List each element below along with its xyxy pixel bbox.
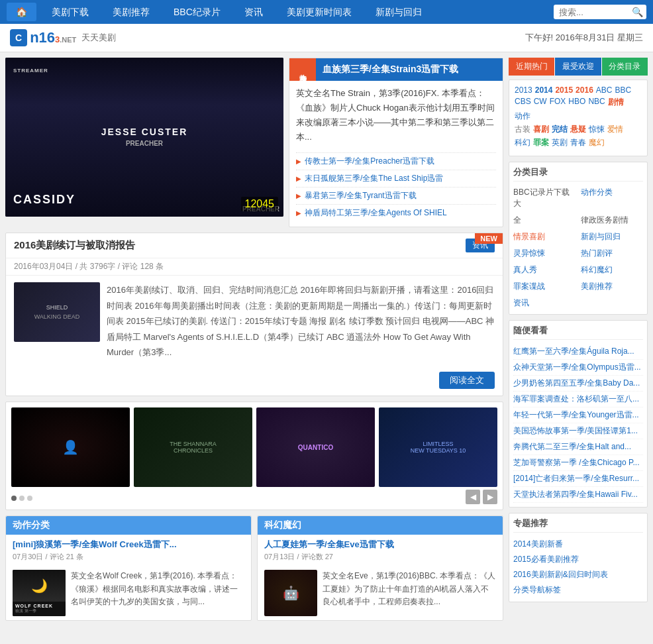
nav-meiju-download[interactable]: 美剧下载 [40, 0, 101, 24]
tag-2016[interactable]: 2016 [576, 85, 593, 95]
special-item-4[interactable]: 分类导航标签 [513, 582, 643, 598]
sidebar-tab-categories[interactable]: 分类目录 [602, 58, 648, 76]
hot-link-2[interactable]: 末日孤舰第三季/全集The Last Ship迅雷 [296, 170, 496, 187]
gallery-next-button[interactable]: ▶ [483, 490, 497, 504]
hot-link-3[interactable]: 暴君第三季/全集Tyrant迅雷下载 [296, 187, 496, 204]
nav-meiju-recommend[interactable]: 美剧推荐 [101, 0, 162, 24]
menu-scifi[interactable]: 科幻魔幻 [581, 263, 643, 277]
random-item-8[interactable]: 芝加哥警察第一季 /全集Chicago P... [513, 455, 643, 471]
tag-action[interactable]: 动作 [515, 111, 530, 122]
random-item-9[interactable]: [2014]亡者归来第一季/全集Resurr... [513, 471, 643, 487]
menu-reality[interactable]: 真人秀 [513, 263, 576, 277]
search-box: 🔍 [554, 5, 646, 19]
random-item-5[interactable]: 年轻一代第一季/全集Younger迅雷... [513, 407, 643, 423]
special-item-3[interactable]: 2016美剧新剧&回归时间表 [513, 567, 643, 582]
action-article-body: 英文全名Wolf Creek，第1季(2016). 本季看点：《狼溪》根据同名电… [71, 570, 244, 616]
nav-schedule[interactable]: 美剧更新时间表 [275, 0, 364, 24]
news-article-title[interactable]: 2016美剧续订与被取消报告 [14, 239, 135, 252]
scifi-article-body: 英文全名Eve，第1季(2016)BBC. 本季看点：《人工夏娃》为了防止十年血… [323, 570, 496, 616]
tag-hbo[interactable]: HBO [568, 97, 585, 108]
tag-cbs[interactable]: CBS [515, 97, 531, 108]
menu-all[interactable]: 全 [513, 213, 576, 227]
gallery-prev-button[interactable]: ◀ [466, 490, 480, 504]
category-sections: 动作分类 [mini]狼溪第一季/全集Wolf Creek迅雷下... 07月3… [5, 515, 503, 621]
featured-image[interactable]: STREAMER JESSE CUSTER PREACHER CASSIDY P… [5, 58, 283, 217]
sidebar-menu-title: 分类目录 [513, 166, 643, 182]
tag-2014[interactable]: 2014 [535, 85, 553, 95]
tag-abc[interactable]: ABC [596, 85, 613, 95]
menu-legal[interactable]: 律政医务剧情 [581, 213, 643, 227]
menu-bbc[interactable]: BBC记录片下载大 [513, 186, 576, 211]
tag-bbc[interactable]: BBC [615, 85, 632, 95]
menu-crime[interactable]: 罪案谍战 [513, 280, 576, 294]
random-item-7[interactable]: 奔腾代第二至三季/全集Halt and... [513, 439, 643, 455]
random-item-2[interactable]: 众神天堂第一季/全集Olympus迅雷... [513, 360, 643, 376]
menu-info[interactable]: 资讯 [513, 296, 576, 310]
menu-comedy[interactable]: 情景喜剧 [513, 230, 576, 244]
wolf-creek-thumbnail[interactable]: 🌙 WOLF CREEK 狼溪 第一季 [13, 570, 66, 616]
hot-title[interactable]: 血族第三季/全集Strain3迅雷下载 [316, 58, 503, 81]
scifi-cat-header: 科幻魔幻 [258, 516, 503, 535]
hot-tag: 热点推荐 [289, 58, 316, 81]
tag-comedy[interactable]: 喜剧 [533, 124, 549, 135]
scifi-article-meta: 07月13日 / 评论数 27 [258, 552, 503, 566]
logo-subtitle: 天天美剧 [81, 32, 116, 44]
menu-review[interactable]: 热门剧评 [581, 246, 643, 260]
tag-youth[interactable]: 青春 [570, 137, 586, 148]
tag-ended[interactable]: 完结 [552, 124, 568, 135]
eve-thumbnail[interactable]: 🤖 [264, 570, 317, 616]
tag-mystery[interactable]: 悬疑 [570, 124, 586, 135]
search-icon[interactable]: 🔍 [632, 7, 643, 17]
tag-romance[interactable]: 爱情 [607, 124, 623, 135]
news-thumbnail[interactable]: SHIELD WALKING DEAD [14, 282, 100, 342]
tag-fox[interactable]: FOX [550, 97, 566, 108]
sidebar-tab-popular[interactable]: 最受欢迎 [555, 58, 601, 76]
tag-thriller[interactable]: 惊悚 [589, 124, 605, 135]
random-item-1[interactable]: 红鹰第一至六季/全集Águila Roja... [513, 344, 643, 360]
gallery-item-3[interactable]: QUANTICO [256, 407, 375, 487]
tag-2015[interactable]: 2015 [555, 85, 573, 95]
special-item-1[interactable]: 2014美剧新番 [513, 537, 643, 552]
menu-action[interactable]: 动作分类 [581, 186, 643, 211]
special-item-2[interactable]: 2015必看美剧推荐 [513, 552, 643, 567]
nav-new-return[interactable]: 新剧与回归 [364, 0, 434, 24]
nav-news[interactable]: 资讯 [232, 0, 275, 24]
hot-link-1[interactable]: 传教士第一季/全集Preacher迅雷下载 [296, 152, 496, 170]
nav-bbc[interactable]: BBC纪录片 [162, 0, 232, 24]
slide-indicator: 12045 [241, 197, 279, 211]
sidebar-special: 专题推荐 2014美剧新番 2015必看美剧推荐 2016美剧新剧&回归时间表 … [509, 513, 648, 602]
random-item-3[interactable]: 少男奶爸第四至五季/全集Baby Da... [513, 376, 643, 392]
right-sidebar: 近期热门 最受欢迎 分类目录 2013 2014 2015 2016 ABC B… [509, 58, 648, 621]
tag-crime[interactable]: 罪案 [533, 137, 549, 148]
tag-nbc[interactable]: NBC [588, 97, 605, 108]
logo[interactable]: C n163.NET 天天美剧 [10, 29, 116, 46]
tag-drama[interactable]: 剧情 [608, 97, 624, 108]
action-cat-header: 动作分类 [6, 516, 251, 535]
gallery-item-1[interactable]: 👤 [11, 407, 130, 487]
menu-recommend[interactable]: 美剧推荐 [581, 280, 643, 294]
tag-uk[interactable]: 英剧 [552, 137, 568, 148]
tag-scifi[interactable]: 科幻 [515, 137, 530, 148]
gallery-item-2[interactable]: THE SHANNARACHRONICLES [134, 407, 252, 487]
gallery-item-4[interactable]: LIMITLESSNEW TUESDAYS 10 [379, 407, 497, 487]
tag-2013[interactable]: 2013 [515, 85, 532, 95]
tag-ancient[interactable]: 古装 [515, 124, 530, 135]
action-article-title[interactable]: [mini]狼溪第一季/全集Wolf Creek迅雷下... [6, 535, 251, 552]
gallery-dot-1[interactable] [11, 496, 17, 501]
menu-new-return[interactable]: 新剧与回归 [581, 230, 643, 244]
search-input[interactable] [559, 7, 632, 17]
scifi-article-title[interactable]: 人工夏娃第一季/全集Eve迅雷下载 [258, 535, 503, 552]
sidebar-tab-hot[interactable]: 近期热门 [509, 58, 555, 76]
home-button[interactable]: 🏠 [7, 3, 36, 21]
gallery-dot-3[interactable] [27, 496, 32, 501]
tag-cw[interactable]: CW [534, 97, 547, 108]
read-more-button[interactable]: 阅读全文 [439, 372, 495, 389]
random-item-6[interactable]: 美国恐怖故事第一季/美国怪谭第1... [513, 423, 643, 439]
tag-fantasy[interactable]: 魔幻 [589, 137, 605, 148]
hot-link-4[interactable]: 神盾局特工第三季/全集Agents Of SHIEL [296, 204, 496, 221]
gallery-dot-2[interactable] [19, 496, 25, 501]
featured-section: STREAMER JESSE CUSTER PREACHER CASSIDY P… [5, 58, 503, 227]
random-item-10[interactable]: 天堂执法者第四季/全集Hawaii Fiv... [513, 487, 643, 503]
menu-horror[interactable]: 灵异惊悚 [513, 246, 576, 260]
random-item-4[interactable]: 海军罪案调查处：洛杉矶第一至八... [513, 392, 643, 407]
